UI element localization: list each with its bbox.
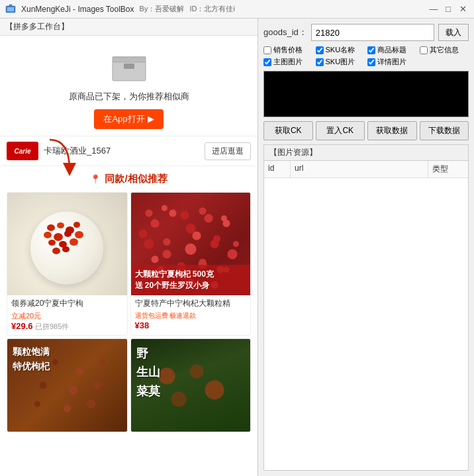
checkbox-sku-name[interactable]: SKU名称 [316,45,365,55]
preview-area [263,71,469,117]
product-text-overlay-4: 野 生山 菜莫 [136,344,160,401]
product-discount-1: 立减20元 [11,311,123,321]
get-ck-button[interactable]: 获取CK [263,121,313,140]
product-title-2: 宁夏特产中宁枸杞大颗粒精 [135,299,247,309]
table-col-id: id [264,161,291,177]
products-grid: 领券减20宁夏中宁枸 立减20元 ¥29.6 已拼985件 [7,192,251,336]
product-info-2: 宁夏特产中宁枸杞大颗粒精 退货包运费 极速退款 ¥38 [131,295,251,334]
title-by: By：吾爱破解 [140,4,185,14]
resources-table: id url 类型 [264,161,468,470]
table-header: id url 类型 [264,161,468,178]
goods-id-label: goods_id： [263,26,307,38]
checkbox-main-image-input[interactable] [263,58,271,66]
checkboxes-area: 销售价格 SKU名称 商品标题 其它信息 主图图片 SKU图片 [263,45,469,67]
product-tags-2: 退货包运费 极速退款 [135,311,247,320]
checkbox-sale-price-input[interactable] [263,46,271,54]
product-info-1: 领券减20宁夏中宁枸 立减20元 ¥29.6 已拼985件 [7,295,127,335]
checkbox-detail-image-label: 详情图片 [377,57,406,67]
action-buttons: 获取CK 置入CK 获取数据 下载数据 [263,121,469,140]
product-image-3: 颗粒饱满 特优枸杞 [7,339,127,432]
similar-section: 📍 同款/相似推荐 [0,169,258,436]
left-panel: 【拼多多工作台】 原商品已下架，为你推荐相似商 在App打开 Carie [0,19,258,476]
close-button[interactable]: ✕ [457,3,469,15]
svg-rect-1 [7,7,14,11]
product-overlay-2: 大颗粒宁夏枸杞 500克 送 20个野生罗汉小身 [131,265,251,295]
load-button[interactable]: 载入 [438,24,469,41]
product-price-sub-1: 已拼985件 [35,322,69,330]
checkbox-sale-price-label: 销售价格 [273,45,303,55]
product-price-row-1: ¥29.6 已拼985件 [11,321,123,332]
checkbox-sku-image[interactable]: SKU图片 [316,57,365,67]
right-panel: goods_id： 载入 销售价格 SKU名称 商品标题 其它信息 [258,19,474,476]
checkbox-sku-image-label: SKU图片 [326,57,356,67]
product-card-4[interactable]: 野 生山 菜莫 [130,338,252,432]
table-body [264,178,468,470]
product-price-1: ¥29.6 [11,321,33,331]
checkbox-detail-image-input[interactable] [367,58,375,66]
left-panel-content[interactable]: 原商品已下架，为你推荐相似商 在App打开 Carie 卡瑞欧酒业_1567 进… [0,36,258,476]
checkbox-product-title-label: 商品标题 [377,45,406,55]
product-image-4: 野 生山 菜莫 [131,339,251,432]
get-data-button[interactable]: 获取数据 [367,121,417,140]
svg-rect-2 [9,5,12,7]
checkbox-detail-image[interactable]: 详情图片 [367,57,417,67]
product-card-1[interactable]: 领券减20宁夏中宁枸 立减20元 ¥29.6 已拼985件 [7,192,128,336]
checkbox-other-info-label: 其它信息 [430,45,459,55]
app-icon [5,4,16,15]
visit-store-button[interactable]: 进店逛逛 [205,142,251,160]
product-card-3[interactable]: 颗粒饱满 特优枸杞 [7,338,128,432]
title-bar: XunMengKeJi - Images ToolBox By：吾爱破解 ID：… [0,0,474,19]
set-ck-button[interactable]: 置入CK [316,121,365,140]
bottom-products-row: 颗粒饱满 特优枸杞 野 生山 [7,338,251,432]
archive-icon [109,49,149,82]
product-price-2: ¥38 [135,320,247,330]
notice-text: 原商品已下架，为你推荐相似商 [7,91,251,103]
resources-header: 【图片资源】 [264,145,468,161]
checkbox-sku-name-input[interactable] [316,46,324,54]
title-id: ID：北方有佳i [189,4,234,14]
checkbox-other-info[interactable]: 其它信息 [420,45,469,55]
similar-header-text: 同款/相似推荐 [105,173,167,185]
checkbox-product-title-input[interactable] [367,46,375,54]
resources-section: 【图片资源】 id url 类型 [263,144,469,471]
checkbox-main-image-label: 主图图片 [273,57,303,67]
main-container: 【拼多多工作台】 原商品已下架，为你推荐相似商 在App打开 Carie [0,19,474,476]
checkbox-sale-price[interactable]: 销售价格 [263,45,313,55]
app-name: XunMengKeJi - Images ToolBox [21,5,134,14]
maximize-button[interactable]: □ [442,3,454,15]
left-panel-header: 【拼多多工作台】 [0,19,258,36]
product-image-1 [7,193,127,295]
checkbox-other-info-input[interactable] [420,46,428,54]
product-text-overlay-3: 颗粒饱满 特优枸杞 [13,344,50,374]
checkbox-sku-name-label: SKU名称 [326,45,356,55]
goods-id-input[interactable] [311,24,434,41]
store-name: 卡瑞欧酒业_1567 [44,145,205,157]
svg-rect-5 [124,64,134,69]
product-notice: 原商品已下架，为你推荐相似商 在App打开 [0,36,258,136]
title-bar-left: XunMengKeJi - Images ToolBox By：吾爱破解 ID：… [5,4,235,15]
table-col-type: 类型 [428,161,468,177]
open-app-button[interactable]: 在App打开 [94,109,163,129]
location-pin-icon: 📍 [90,174,101,184]
store-logo: Carie [7,142,38,160]
product-card-2[interactable]: 大颗粒宁夏枸杞 500克 送 20个野生罗汉小身 宁夏特产中宁枸杞大颗粒精 退货… [130,192,252,336]
table-col-url: url [291,161,428,177]
checkbox-product-title[interactable]: 商品标题 [367,45,417,55]
svg-rect-4 [113,57,146,62]
window-controls: — □ ✕ [428,3,469,15]
checkbox-sku-image-input[interactable] [316,58,324,66]
product-image-2: 大颗粒宁夏枸杞 500克 送 20个野生罗汉小身 [131,193,251,295]
checkbox-main-image[interactable]: 主图图片 [263,57,313,67]
minimize-button[interactable]: — [428,3,440,15]
product-title-1: 领券减20宁夏中宁枸 [11,299,123,309]
similar-header: 📍 同款/相似推荐 [7,173,251,185]
goods-id-row: goods_id： 载入 [263,24,469,41]
download-data-button[interactable]: 下载数据 [420,121,469,140]
store-row: Carie 卡瑞欧酒业_1567 进店逛逛 [0,136,258,166]
